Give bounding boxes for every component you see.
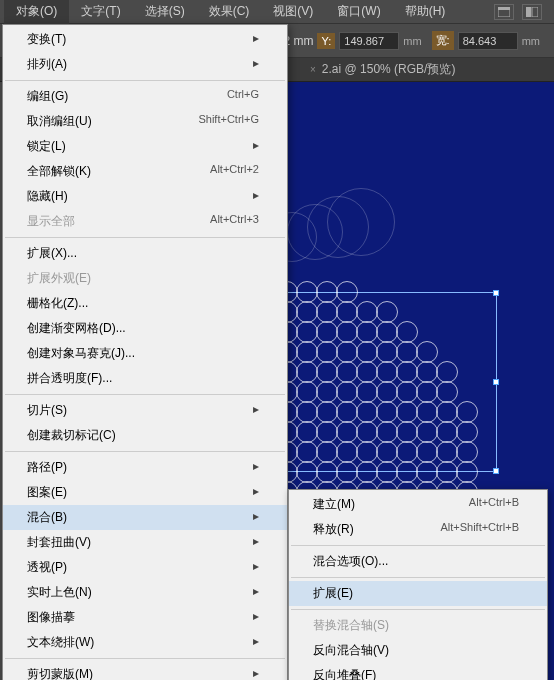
submenu-arrow-icon: ▸ [253, 138, 259, 155]
menu-help[interactable]: 帮助(H) [393, 0, 458, 24]
y-input[interactable] [339, 32, 399, 50]
menu-item[interactable]: 创建对象马赛克(J)... [3, 341, 287, 366]
menu-item[interactable]: 混合(B)▸ [3, 505, 287, 530]
menu-item-label: 透视(P) [27, 559, 67, 576]
menu-item-label: 拼合透明度(F)... [27, 370, 112, 387]
menu-view[interactable]: 视图(V) [261, 0, 325, 24]
menu-item-label: 创建裁切标记(C) [27, 427, 116, 444]
w-label: 宽: [432, 31, 454, 50]
y-unit: mm [403, 35, 421, 47]
menu-item[interactable]: 反向混合轴(V) [289, 638, 547, 663]
menu-select[interactable]: 选择(S) [133, 0, 197, 24]
layout-icon-1[interactable] [494, 4, 514, 20]
submenu-arrow-icon: ▸ [253, 509, 259, 526]
menu-item-label: 创建对象马赛克(J)... [27, 345, 135, 362]
layout-icon-2[interactable] [522, 4, 542, 20]
menu-separator [5, 451, 285, 452]
menu-shortcut: Alt+Shift+Ctrl+B [440, 521, 519, 538]
w-input[interactable] [458, 32, 518, 50]
menu-separator [5, 80, 285, 81]
menu-item-label: 扩展(X)... [27, 245, 77, 262]
menu-item-label: 封套扭曲(V) [27, 534, 91, 551]
menu-item-label: 混合(B) [27, 509, 67, 526]
menubar: 对象(O) 文字(T) 选择(S) 效果(C) 视图(V) 窗口(W) 帮助(H… [0, 0, 554, 24]
menu-item: 扩展外观(E) [3, 266, 287, 291]
submenu-arrow-icon: ▸ [253, 56, 259, 73]
svg-rect-3 [532, 7, 538, 17]
menu-item[interactable]: 取消编组(U)Shift+Ctrl+G [3, 109, 287, 134]
menu-separator [5, 658, 285, 659]
menu-item[interactable]: 文本绕排(W)▸ [3, 630, 287, 655]
menu-item-label: 反向混合轴(V) [313, 642, 389, 659]
submenu-arrow-icon: ▸ [253, 534, 259, 551]
svg-rect-1 [498, 7, 510, 10]
menu-item[interactable]: 排列(A)▸ [3, 52, 287, 77]
menu-item[interactable]: 透视(P)▸ [3, 555, 287, 580]
menu-window[interactable]: 窗口(W) [325, 0, 392, 24]
submenu-arrow-icon: ▸ [253, 31, 259, 48]
menu-item[interactable]: 实时上色(N)▸ [3, 580, 287, 605]
menu-item[interactable]: 切片(S)▸ [3, 398, 287, 423]
object-menu: 变换(T)▸排列(A)▸编组(G)Ctrl+G取消编组(U)Shift+Ctrl… [2, 24, 288, 680]
menu-separator [291, 545, 545, 546]
y-label: Y: [317, 33, 335, 49]
tab-close-icon[interactable]: × [310, 64, 316, 75]
menu-object[interactable]: 对象(O) [4, 0, 69, 24]
menu-item[interactable]: 路径(P)▸ [3, 455, 287, 480]
svg-rect-2 [526, 7, 531, 17]
menu-item[interactable]: 剪切蒙版(M)▸ [3, 662, 287, 680]
menu-item-label: 建立(M) [313, 496, 355, 513]
menu-type[interactable]: 文字(T) [69, 0, 132, 24]
w-unit: mm [522, 35, 540, 47]
menu-item-label: 替换混合轴(S) [313, 617, 389, 634]
menu-shortcut: Shift+Ctrl+G [198, 113, 259, 130]
menu-item[interactable]: 混合选项(O)... [289, 549, 547, 574]
menu-item[interactable]: 拼合透明度(F)... [3, 366, 287, 391]
menu-item[interactable]: 扩展(X)... [3, 241, 287, 266]
menu-shortcut: Alt+Ctrl+3 [210, 213, 259, 230]
menu-item[interactable]: 扩展(E) [289, 581, 547, 606]
menu-separator [291, 609, 545, 610]
menu-item[interactable]: 图案(E)▸ [3, 480, 287, 505]
submenu-arrow-icon: ▸ [253, 666, 259, 680]
menu-item[interactable]: 建立(M)Alt+Ctrl+B [289, 492, 547, 517]
menu-item[interactable]: 图像描摹▸ [3, 605, 287, 630]
menu-item-label: 取消编组(U) [27, 113, 92, 130]
menu-item-label: 释放(R) [313, 521, 354, 538]
tab-label: 2.ai @ 150% (RGB/预览) [322, 61, 456, 78]
menu-item[interactable]: 隐藏(H)▸ [3, 184, 287, 209]
menu-separator [5, 237, 285, 238]
menu-shortcut: Ctrl+G [227, 88, 259, 105]
menu-item[interactable]: 封套扭曲(V)▸ [3, 530, 287, 555]
menu-item[interactable]: 创建渐变网格(D)... [3, 316, 287, 341]
menu-effect[interactable]: 效果(C) [197, 0, 262, 24]
menu-separator [5, 394, 285, 395]
menu-item-label: 剪切蒙版(M) [27, 666, 93, 680]
menu-item[interactable]: 锁定(L)▸ [3, 134, 287, 159]
menu-item[interactable]: 编组(G)Ctrl+G [3, 84, 287, 109]
menu-item-label: 创建渐变网格(D)... [27, 320, 126, 337]
tab-active[interactable]: × 2.ai @ 150% (RGB/预览) [300, 57, 465, 82]
menu-item[interactable]: 栅格化(Z)... [3, 291, 287, 316]
submenu-arrow-icon: ▸ [253, 609, 259, 626]
submenu-arrow-icon: ▸ [253, 188, 259, 205]
menu-item[interactable]: 反向堆叠(F) [289, 663, 547, 680]
menu-item[interactable]: 创建裁切标记(C) [3, 423, 287, 448]
menu-item-label: 路径(P) [27, 459, 67, 476]
submenu-arrow-icon: ▸ [253, 634, 259, 651]
blend-submenu: 建立(M)Alt+Ctrl+B释放(R)Alt+Shift+Ctrl+B混合选项… [288, 489, 548, 680]
menu-item-label: 文本绕排(W) [27, 634, 94, 651]
menu-separator [291, 577, 545, 578]
menu-item[interactable]: 全部解锁(K)Alt+Ctrl+2 [3, 159, 287, 184]
menu-item: 显示全部Alt+Ctrl+3 [3, 209, 287, 234]
menu-item[interactable]: 变换(T)▸ [3, 27, 287, 52]
menu-item-label: 隐藏(H) [27, 188, 68, 205]
menu-item-label: 反向堆叠(F) [313, 667, 376, 680]
menu-item[interactable]: 释放(R)Alt+Shift+Ctrl+B [289, 517, 547, 542]
menu-item-label: 扩展(E) [313, 585, 353, 602]
menubar-icons [494, 4, 554, 20]
menu-item: 替换混合轴(S) [289, 613, 547, 638]
menu-shortcut: Alt+Ctrl+B [469, 496, 519, 513]
menu-item-label: 显示全部 [27, 213, 75, 230]
submenu-arrow-icon: ▸ [253, 402, 259, 419]
